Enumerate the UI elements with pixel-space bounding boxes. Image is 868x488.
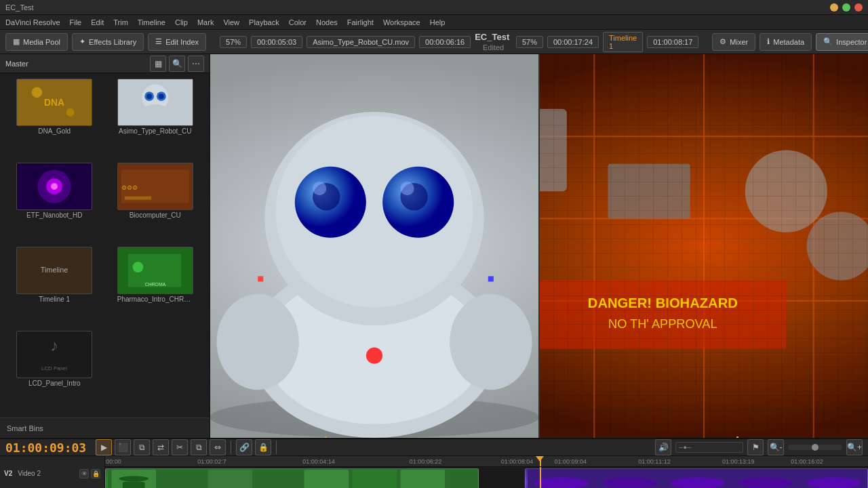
- svg-text:CHROMA: CHROMA: [145, 282, 166, 287]
- menu-clip[interactable]: Clip: [175, 18, 188, 26]
- v2-lock[interactable]: 🔒: [91, 469, 100, 479]
- dynamic-trim[interactable]: ⇄: [153, 439, 169, 455]
- link-btn[interactable]: 🔗: [236, 439, 252, 455]
- media-label-bio: Biocomputer_CU: [130, 211, 181, 219]
- effects-library-button[interactable]: ✦ Effects Library: [72, 33, 144, 51]
- source-zoom[interactable]: 57%: [220, 36, 247, 48]
- main-area: Master ▦ 🔍 ⋯ DNA DNA_Gold: [0, 54, 868, 438]
- media-thumb-bio: ⚙⚙⚙: [117, 163, 193, 210]
- panel-search[interactable]: 🔍: [169, 56, 185, 72]
- close-button[interactable]: [854, 3, 863, 12]
- media-pool-icon: ▦: [13, 37, 20, 46]
- media-label-lcd: LCD_Panel_Intro: [28, 380, 81, 387]
- slide-tool[interactable]: ⇔: [210, 439, 226, 455]
- media-label-pharmaco: Pharmaco_Intro_CHROMA: [117, 296, 193, 303]
- menu-color[interactable]: Color: [289, 18, 307, 26]
- source-duration: 00:00:06:16: [419, 36, 471, 48]
- minimize-button[interactable]: [830, 3, 838, 12]
- source-video: [210, 54, 538, 438]
- menu-timeline[interactable]: Timeline: [138, 18, 165, 26]
- svg-point-9: [159, 94, 164, 99]
- menu-fairlight[interactable]: Fairlight: [347, 18, 374, 26]
- flag-btn[interactable]: ⚑: [747, 439, 764, 455]
- svg-point-38: [313, 182, 326, 195]
- mixer-button[interactable]: ⚙ Mixer: [712, 33, 755, 51]
- clip-etf-v2[interactable]: ETF_Nanobot_HD: [525, 468, 868, 488]
- media-item-lcd[interactable]: ♪ LCD Panel LCD_Panel_Intro: [5, 331, 104, 412]
- source-clip-name: Asimo_Type_Robot_CU.mov: [307, 36, 415, 48]
- lock-btn[interactable]: 🔒: [255, 439, 271, 455]
- app-title: EC_Test: [5, 3, 34, 12]
- select-tool[interactable]: ▶: [96, 439, 112, 455]
- media-item-bio[interactable]: ⚙⚙⚙ Biocomputer_CU: [106, 163, 205, 244]
- svg-rect-68: [208, 470, 252, 488]
- media-item-dna-gold[interactable]: DNA DNA_Gold: [5, 79, 104, 160]
- timeline-section: 01:00:09:03 ▶ ⬛ ⧉ ⇄ ✂ ⧉ ⇔ 🔗 🔒 🔊 ─●─ ⚑ 🔍-…: [0, 438, 868, 488]
- menu-davinci[interactable]: DaVinci Resolve: [5, 18, 60, 26]
- zoom-in[interactable]: 🔍+: [846, 439, 863, 455]
- blade-tool[interactable]: ⬛: [115, 439, 131, 455]
- audio-mute[interactable]: 🔊: [655, 439, 671, 455]
- preview-screens: ⊞ ◁ ▷ ⏮ ⏪ ■ ▶ ⏩ ↺: [210, 54, 868, 438]
- trim-tool[interactable]: ⧉: [134, 439, 150, 455]
- svg-rect-74: [123, 481, 145, 488]
- menu-help[interactable]: Help: [430, 18, 446, 26]
- v2-visible[interactable]: 👁: [79, 469, 89, 479]
- effects-library-icon: ✦: [79, 37, 85, 46]
- program-zoom[interactable]: 57%: [516, 36, 543, 48]
- project-title: EC_Test Edited: [475, 32, 512, 52]
- source-timecode: 00:00:05:03: [251, 36, 302, 48]
- tc-3: 01:00:06:22: [410, 458, 442, 465]
- window-controls[interactable]: [830, 3, 863, 12]
- menu-view[interactable]: View: [223, 18, 239, 26]
- svg-rect-67: [159, 470, 204, 488]
- svg-point-14: [51, 183, 58, 190]
- program-duration: 00:00:17:24: [547, 36, 599, 48]
- svg-rect-42: [488, 276, 494, 281]
- menu-nodes[interactable]: Nodes: [316, 18, 338, 26]
- edit-index-button[interactable]: ☰ Edit Index: [148, 33, 206, 51]
- clip-pharmaco-v2[interactable]: Pharmaco_Intro_CHROMA: [105, 468, 479, 488]
- maximize-button[interactable]: [842, 3, 850, 12]
- svg-point-8: [146, 94, 152, 99]
- panel-view-toggle[interactable]: ▦: [150, 56, 166, 72]
- svg-text:DNA: DNA: [44, 98, 64, 108]
- zoom-slider[interactable]: [788, 445, 842, 450]
- svg-rect-18: [125, 197, 151, 200]
- metadata-button[interactable]: ℹ Metadata: [760, 33, 812, 51]
- mixer-icon: ⚙: [719, 37, 726, 46]
- timeline-right-controls: 🔊 ─●─ ⚑ 🔍- 🔍+: [655, 439, 863, 455]
- razor-tool[interactable]: ✂: [172, 439, 188, 455]
- slip-tool[interactable]: ⧉: [191, 439, 207, 455]
- menu-mark[interactable]: Mark: [197, 18, 214, 26]
- menu-workspace[interactable]: Workspace: [383, 18, 420, 26]
- audio-slider[interactable]: ─●─: [675, 442, 743, 453]
- top-toolbar: ▦ Media Pool ✦ Effects Library ☰ Edit In…: [0, 30, 868, 54]
- menu-file[interactable]: File: [70, 18, 82, 26]
- inspector-button[interactable]: 🔍 Inspector: [816, 33, 868, 51]
- svg-point-2: [32, 87, 43, 98]
- svg-text:⚙⚙⚙: ⚙⚙⚙: [121, 184, 138, 191]
- svg-point-73: [119, 476, 149, 481]
- smart-bins[interactable]: Smart Bins: [0, 418, 210, 438]
- menu-edit[interactable]: Edit: [91, 18, 104, 26]
- timeline-select[interactable]: Timeline 1: [603, 32, 643, 52]
- tc-4: 01:00:08:04: [501, 458, 534, 465]
- svg-point-10: [140, 104, 170, 123]
- panel-options[interactable]: ⋯: [188, 56, 204, 72]
- menu-playback[interactable]: Playback: [249, 18, 279, 26]
- svg-point-43: [217, 294, 299, 390]
- video-track-v2: Pharmaco_Intro_CHROMA ETF_Nanobot_HD: [105, 467, 868, 488]
- svg-rect-69: [256, 470, 301, 488]
- svg-rect-71: [353, 470, 397, 488]
- media-pool-button[interactable]: ▦ Media Pool: [5, 33, 68, 51]
- program-video: DANGER! BIOHAZARD NO TH' APPROVAL: [540, 54, 868, 438]
- zoom-out[interactable]: 🔍-: [768, 439, 784, 455]
- tc-1: 01:00:02:7: [197, 458, 226, 465]
- media-item-timeline1[interactable]: Timeline Timeline 1: [5, 247, 104, 328]
- media-item-etf[interactable]: ETF_Nanobot_HD: [5, 163, 104, 244]
- svg-point-39: [400, 182, 414, 195]
- menu-trim[interactable]: Trim: [113, 18, 128, 26]
- media-item-pharmaco[interactable]: CHROMA Pharmaco_Intro_CHROMA: [106, 247, 205, 328]
- media-item-robot[interactable]: Asimo_Type_Robot_CU: [106, 79, 205, 160]
